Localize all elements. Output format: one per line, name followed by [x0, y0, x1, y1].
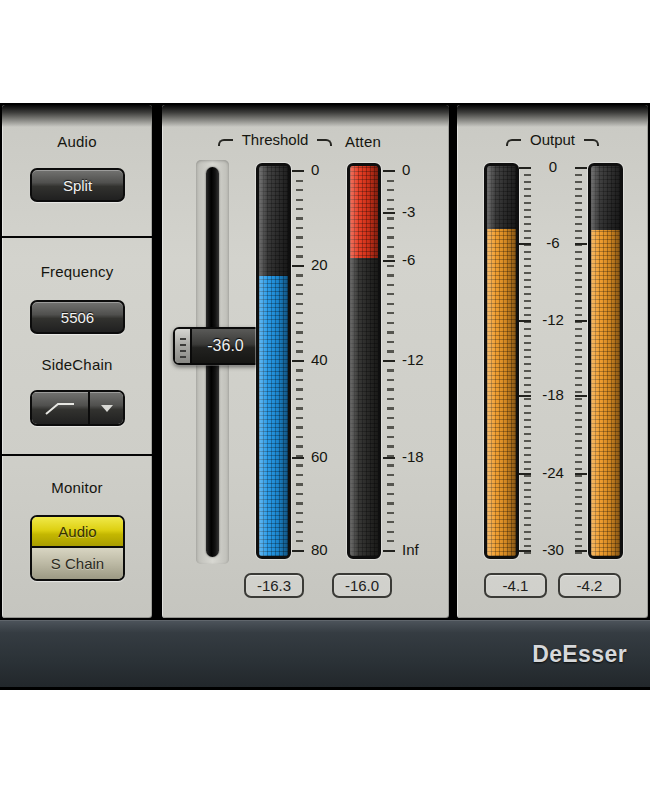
monitor-section: Monitor Audio S Chain [2, 454, 152, 618]
scale-tick [292, 265, 304, 267]
audio-section-label: Audio [2, 133, 152, 150]
threshold-slider-handle[interactable]: -36.0 [173, 327, 261, 365]
atten-meter-readout[interactable]: -16.0 [332, 573, 392, 598]
threshold-input-meter [256, 163, 291, 559]
scale-label: 0 [311, 161, 319, 178]
frequency-value-field[interactable]: 5506 [30, 300, 125, 334]
scale-tick [383, 260, 395, 262]
monitor-schain-button[interactable]: S Chain [32, 548, 123, 579]
scale-tick [292, 170, 304, 172]
sidechain-filter-dropdown[interactable] [90, 392, 123, 424]
screenshot-canvas: Audio Split Frequency 5506 SideChain [0, 0, 650, 794]
scale-label: -3 [402, 203, 415, 220]
output-left-readout[interactable]: -4.1 [484, 573, 547, 598]
bracket-left-icon [506, 139, 521, 146]
threshold-slider-value: -36.0 [192, 329, 259, 363]
bracket-left-icon [218, 139, 233, 146]
output-right-readout[interactable]: -4.2 [558, 573, 621, 598]
sidechain-filter-group [30, 390, 125, 426]
scale-label: 80 [311, 541, 328, 558]
plugin-title: DeEsser [532, 641, 650, 668]
scale-tick [383, 550, 395, 552]
scale-label: -18 [402, 448, 424, 465]
audio-section: Audio Split [2, 105, 152, 236]
scale-label: -6 [519, 234, 587, 251]
slider-grip-icon [175, 329, 192, 363]
control-panel: Audio Split Frequency 5506 SideChain [2, 105, 152, 618]
scale-label: -30 [519, 541, 587, 558]
scale-tick [292, 360, 304, 362]
meter-reduction [350, 166, 378, 258]
monitor-audio-button[interactable]: Audio [32, 517, 123, 548]
scale-tick [383, 457, 395, 459]
minor-ticks-left [524, 167, 531, 554]
scale-label: -6 [402, 251, 415, 268]
minor-ticks-right [575, 167, 582, 554]
sidechain-label: SideChain [2, 356, 152, 373]
plugin-title-bar: DeEsser [0, 620, 650, 687]
monitor-toggle-group: Audio S Chain [30, 515, 125, 581]
threshold-atten-panel: Threshold Atten -36.0 [162, 105, 449, 618]
output-panel: Output 0-6-12-18-24-30 -4.1 -4.2 [457, 105, 648, 618]
meter-signal [591, 230, 620, 556]
threshold-label: Threshold [242, 131, 309, 148]
bracket-right-icon [317, 139, 332, 146]
scale-label: -18 [519, 386, 587, 403]
scale-label: -12 [519, 311, 587, 328]
atten-label: Atten [333, 133, 393, 150]
bracket-right-icon [584, 139, 599, 146]
output-left-meter [484, 163, 519, 559]
threshold-meter-readout[interactable]: -16.3 [244, 573, 304, 598]
scale-label: Inf [402, 541, 419, 558]
scale-label: 0 [402, 161, 410, 178]
scale-tick [292, 550, 304, 552]
scale-label: 60 [311, 448, 328, 465]
output-scale: 0-6-12-18-24-30 [519, 163, 587, 559]
meter-headroom [259, 166, 288, 276]
sidechain-filter-button[interactable] [32, 392, 90, 424]
frequency-label: Frequency [2, 263, 152, 280]
scale-tick [383, 170, 395, 172]
split-button[interactable]: Split [30, 168, 125, 202]
meter-headroom [591, 166, 620, 230]
deesser-plugin-window: Audio Split Frequency 5506 SideChain [0, 103, 650, 690]
atten-scale: 0-3-6-12-18Inf [383, 163, 445, 559]
scale-tick [292, 457, 304, 459]
output-right-meter [588, 163, 623, 559]
scale-label: 20 [311, 256, 328, 273]
chevron-down-icon [101, 405, 113, 412]
scale-label: 40 [311, 351, 328, 368]
meter-signal [487, 229, 516, 556]
scale-label: -12 [402, 351, 424, 368]
highpass-filter-icon [41, 398, 79, 418]
meter-remaining [350, 258, 378, 556]
atten-meter [347, 163, 381, 559]
frequency-section: Frequency 5506 SideChain [2, 236, 152, 454]
threshold-scale: 020406080 [292, 163, 354, 559]
output-label: Output [530, 131, 575, 148]
monitor-label: Monitor [2, 479, 152, 496]
scale-label: 0 [519, 158, 587, 175]
scale-tick [383, 360, 395, 362]
meter-signal [259, 276, 288, 556]
meter-headroom [487, 166, 516, 229]
scale-tick [383, 212, 395, 214]
output-header: Output [457, 131, 648, 148]
scale-label: -24 [519, 464, 587, 481]
